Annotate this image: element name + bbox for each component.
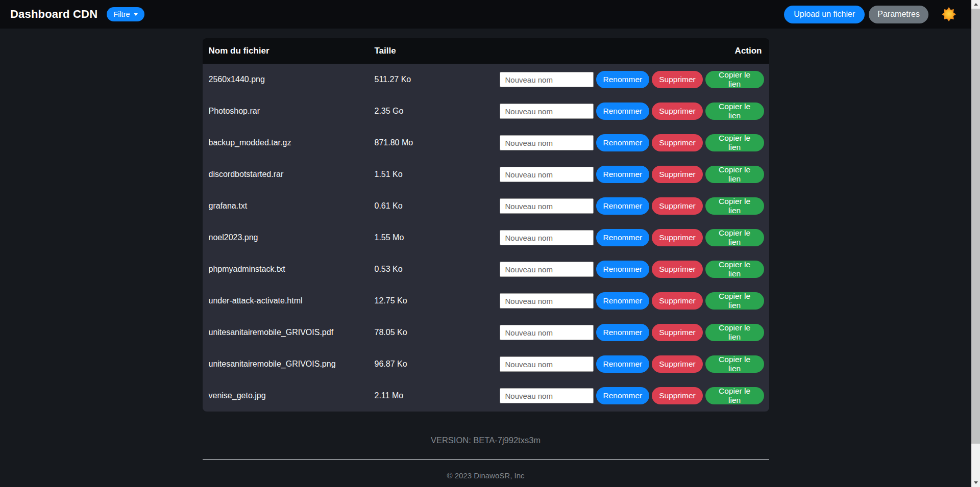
version-text: VERSION: BETA-7j992txs3m [203,435,769,445]
table-row: backup_modded.tar.gz 871.80 Mo Renommer … [203,127,769,159]
new-name-input[interactable] [500,325,594,340]
delete-button[interactable]: Supprimer [652,261,703,278]
vertical-scrollbar[interactable] [971,0,980,487]
delete-button[interactable]: Supprimer [652,102,703,120]
rename-button[interactable]: Renommer [596,71,650,88]
copy-link-button[interactable]: Copier le lien [705,102,764,120]
rename-button[interactable]: Renommer [596,261,650,278]
copy-link-button[interactable]: Copier le lien [705,197,764,215]
table-row: unitesanitairemobile_GRIVOIS.png 96.87 K… [203,348,769,380]
upload-file-button[interactable]: Upload un fichier [784,6,865,23]
settings-button[interactable]: Parametres [869,6,928,23]
page: Dashboard CDN Filtre Upload un fichier P… [0,0,971,487]
new-name-input[interactable] [500,293,594,309]
app-title: Dashboard CDN [10,8,97,21]
file-name: venise_geto.jpg [203,391,375,400]
scrollbar-up-arrow[interactable] [971,0,980,9]
file-actions: Renommer Supprimer Copier le lien [500,102,769,120]
rename-button[interactable]: Renommer [596,166,650,183]
file-actions: Renommer Supprimer Copier le lien [500,166,769,183]
file-size: 0.53 Ko [375,265,500,274]
rename-button[interactable]: Renommer [596,197,650,215]
column-header-action: Action [500,46,769,56]
delete-button[interactable]: Supprimer [652,324,703,341]
theme-toggle-button[interactable] [942,7,956,21]
file-name: Photoshop.rar [203,107,375,116]
file-name: discordbotstarted.rar [203,170,375,179]
rename-button[interactable]: Renommer [596,292,650,310]
file-size: 2.35 Go [375,107,500,116]
delete-button[interactable]: Supprimer [652,229,703,246]
new-name-input[interactable] [500,167,594,182]
copy-link-button[interactable]: Copier le lien [705,261,764,278]
navbar: Dashboard CDN Filtre Upload un fichier P… [0,0,971,29]
scrollbar-down-arrow[interactable] [971,478,980,487]
rename-button[interactable]: Renommer [596,387,650,404]
file-actions: Renommer Supprimer Copier le lien [500,134,769,151]
file-actions: Renommer Supprimer Copier le lien [500,355,769,373]
file-size: 0.61 Ko [375,201,500,211]
new-name-input[interactable] [500,356,594,372]
file-actions: Renommer Supprimer Copier le lien [500,229,769,246]
sun-icon [942,7,956,21]
column-header-size: Taille [375,46,500,56]
table-row: venise_geto.jpg 2.11 Mo Renommer Supprim… [203,380,769,412]
file-size: 78.05 Ko [375,328,500,337]
rename-button[interactable]: Renommer [596,324,650,341]
copy-link-button[interactable]: Copier le lien [705,324,764,341]
table-header-row: Nom du fichier Taille Action [203,38,769,64]
copy-link-button[interactable]: Copier le lien [705,166,764,183]
footer: VERSION: BETA-7j992txs3m © 2023 DinawoSR… [203,435,769,480]
file-name: grafana.txt [203,201,375,211]
copy-link-button[interactable]: Copier le lien [705,292,764,310]
copy-link-button[interactable]: Copier le lien [705,355,764,373]
main-content: Nom du fichier Taille Action 2560x1440.p… [203,38,769,480]
new-name-input[interactable] [500,262,594,277]
filter-dropdown-button[interactable]: Filtre [107,7,144,21]
table-row: discordbotstarted.rar 1.51 Ko Renommer S… [203,159,769,190]
new-name-input[interactable] [500,198,594,214]
rename-button[interactable]: Renommer [596,102,650,120]
delete-button[interactable]: Supprimer [652,71,703,88]
new-name-input[interactable] [500,230,594,245]
delete-button[interactable]: Supprimer [652,197,703,215]
table-row: Photoshop.rar 2.35 Go Renommer Supprimer… [203,95,769,127]
new-name-input[interactable] [500,135,594,150]
file-actions: Renommer Supprimer Copier le lien [500,292,769,310]
file-size: 2.11 Mo [375,391,500,400]
table-row: grafana.txt 0.61 Ko Renommer Supprimer C… [203,190,769,222]
file-table: Nom du fichier Taille Action 2560x1440.p… [203,38,769,412]
delete-button[interactable]: Supprimer [652,166,703,183]
table-row: unitesanitairemobile_GRIVOIS.pdf 78.05 K… [203,317,769,348]
copy-link-button[interactable]: Copier le lien [705,71,764,88]
rename-button[interactable]: Renommer [596,229,650,246]
delete-button[interactable]: Supprimer [652,355,703,373]
table-row: phpmyadminstack.txt 0.53 Ko Renommer Sup… [203,253,769,285]
file-actions: Renommer Supprimer Copier le lien [500,71,769,88]
rename-button[interactable]: Renommer [596,355,650,373]
file-name: backup_modded.tar.gz [203,138,375,147]
file-actions: Renommer Supprimer Copier le lien [500,324,769,341]
file-size: 511.27 Ko [375,75,500,84]
triangle-down-icon [974,481,978,484]
rename-button[interactable]: Renommer [596,134,650,151]
delete-button[interactable]: Supprimer [652,134,703,151]
file-actions: Renommer Supprimer Copier le lien [500,261,769,278]
table-row: noel2023.png 1.55 Mo Renommer Supprimer … [203,222,769,253]
scrollbar-thumb[interactable] [971,9,980,444]
file-size: 96.87 Ko [375,360,500,369]
caret-down-icon [134,13,138,16]
copy-link-button[interactable]: Copier le lien [705,387,764,404]
file-name: unitesanitairemobile_GRIVOIS.png [203,360,375,369]
triangle-up-icon [974,3,978,6]
new-name-input[interactable] [500,104,594,119]
delete-button[interactable]: Supprimer [652,292,703,310]
delete-button[interactable]: Supprimer [652,387,703,404]
new-name-input[interactable] [500,72,594,87]
copyright-text: © 2023 DinawoSR, Inc [203,471,769,480]
table-body: 2560x1440.png 511.27 Ko Renommer Supprim… [203,64,769,412]
file-name: under-attack-activate.html [203,296,375,305]
copy-link-button[interactable]: Copier le lien [705,134,764,151]
new-name-input[interactable] [500,388,594,403]
copy-link-button[interactable]: Copier le lien [705,229,764,246]
